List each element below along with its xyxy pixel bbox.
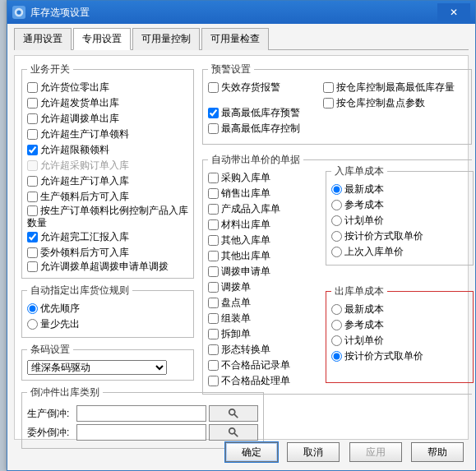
ck-over-report-in[interactable]: 允许超完工汇报入库 [27, 229, 188, 245]
rb-in-4[interactable]: 上次入库单价 [331, 244, 468, 260]
incost-area: 入库单成本 最新成本 参考成本 计划单价 按计价方式取单价 上次入库单价 [326, 164, 474, 270]
inp-out-offset[interactable] [76, 424, 206, 441]
ck-d11[interactable]: 形态转换单 [208, 342, 324, 358]
svg-point-1 [16, 10, 21, 14]
ck-over-ship[interactable]: 允许超发货单出库 [27, 95, 188, 111]
svg-line-5 [234, 433, 238, 436]
ck-over-transfer-out[interactable]: 允许超调拨单出库 [27, 111, 188, 127]
svg-line-3 [234, 414, 238, 418]
ck-d7[interactable]: 调拨单 [208, 279, 324, 295]
tab-strip: 通用设置 专用设置 可用量控制 可用量检查 [14, 27, 469, 50]
tab-avail-ctrl[interactable]: 可用量控制 [132, 28, 200, 50]
ck-ratio-ctrl[interactable]: 按生产订单领料比例控制产品入库数量 [27, 205, 188, 229]
rb-out-1[interactable]: 参考成本 [331, 317, 468, 333]
ck-d12[interactable]: 不合格品记录单 [208, 358, 324, 373]
outcost-area: 出库单成本 最新成本 参考成本 计划单价 按计价方式取单价 [326, 284, 474, 388]
ck-d5[interactable]: 其他出库单 [208, 248, 324, 264]
group-alert: 预警设置 失效存货报警 最高最低库存预警 最高最低库存控制 按仓库控制最高最低库… [202, 62, 472, 145]
group-barcode: 条码设置 维深条码驱动 [21, 343, 194, 381]
ck-expire-alarm[interactable]: 失效存货报警 [208, 80, 323, 95]
legend-bills: 自动带出单价的单据 [208, 153, 303, 167]
row-out-offset: 委外倒冲: [27, 424, 258, 441]
rb-in-0[interactable]: 最新成本 [331, 182, 468, 197]
legend-biz: 业务开关 [27, 62, 73, 76]
ck-d1[interactable]: 销售出库单 [208, 186, 324, 201]
ck-pick-before-in[interactable]: 生产领料后方可入库 [27, 189, 188, 205]
lbl-prod-offset: 生产倒冲: [27, 407, 76, 421]
ck-over-mo-in[interactable]: 允许超生产订单入库 [27, 173, 188, 189]
rb-in-1[interactable]: 参考成本 [331, 197, 468, 213]
svg-point-4 [229, 428, 235, 434]
ck-zero-out[interactable]: 允许货位零出库 [27, 80, 188, 95]
ck-hl-ctrl[interactable]: 最高最低库存控制 [208, 121, 323, 136]
titlebar: 库存选项设置 ✕ [7, 1, 475, 24]
ck-hl-alarm[interactable]: 最高最低库存预警 [208, 105, 323, 121]
ck-d3[interactable]: 材料出库单 [208, 217, 324, 233]
tab-avail-check[interactable]: 可用量检查 [201, 28, 269, 50]
close-button[interactable]: ✕ [437, 3, 470, 21]
rb-out-3[interactable]: 按计价方式取单价 [331, 349, 468, 364]
help-button[interactable]: 帮助 [411, 442, 464, 462]
legend-autoloc: 自动指定出库货位规则 [27, 284, 132, 298]
legend-incost: 入库单成本 [331, 164, 387, 178]
dialog-window: 库存选项设置 ✕ 通用设置 专用设置 可用量控制 可用量检查 业务开关 允许货位… [7, 0, 476, 471]
ck-wh-hl[interactable]: 按仓库控制最高最低库存量 [323, 80, 455, 95]
tab-special[interactable]: 专用设置 [73, 28, 131, 50]
cancel-button[interactable]: 取消 [287, 442, 340, 462]
tab-general[interactable]: 通用设置 [14, 28, 72, 50]
legend-barcode: 条码设置 [27, 343, 73, 357]
ck-d2[interactable]: 产成品入库单 [208, 201, 324, 217]
ck-d8[interactable]: 盘点单 [208, 295, 324, 311]
ck-d0[interactable]: 采购入库单 [208, 170, 324, 186]
rb-in-2[interactable]: 计划单价 [331, 213, 468, 229]
ck-transfer-over-req[interactable]: 允许调拨单超调拨申请单调拨 [27, 261, 188, 273]
search-icon [228, 427, 239, 438]
group-incost: 入库单成本 最新成本 参考成本 计划单价 按计价方式取单价 上次入库单价 [326, 164, 474, 266]
tab-page: 业务开关 允许货位零出库 允许超发货单出库 允许超调拨单出库 允许超生产订单领料… [14, 55, 469, 440]
client-area: 通用设置 专用设置 可用量控制 可用量检查 业务开关 允许货位零出库 允许超发货… [7, 24, 475, 470]
rb-out-2[interactable]: 计划单价 [331, 333, 468, 349]
left-column: 业务开关 允许货位零出库 允许超发货单出库 允许超调拨单出库 允许超生产订单领料… [21, 62, 194, 454]
ok-button[interactable]: 确定 [225, 442, 278, 462]
ck-out-pick-before-in[interactable]: 委外领料后方可入库 [27, 245, 188, 261]
ck-over-po-in: 允许超采购订单入库 [27, 158, 188, 173]
dialog-buttons: 确定 取消 应用 帮助 [219, 442, 464, 462]
apply-button[interactable]: 应用 [349, 442, 402, 462]
lbl-out-offset: 委外倒冲: [27, 426, 76, 440]
row-prod-offset: 生产倒冲: [27, 405, 258, 422]
bills-area: 自动带出单价的单据 采购入库单 销售出库单 产成品入库单 材料出库单 其他入库单… [202, 153, 326, 399]
rb-out-0[interactable]: 最新成本 [331, 302, 468, 317]
rb-in-3[interactable]: 按计价方式取单价 [331, 229, 468, 244]
ck-over-mo-pick[interactable]: 允许超生产订单领料 [27, 127, 188, 142]
group-outcost: 出库单成本 最新成本 参考成本 计划单价 按计价方式取单价 [326, 284, 474, 383]
legend-alert: 预警设置 [208, 62, 254, 76]
inp-prod-offset[interactable] [76, 405, 206, 422]
ck-d13[interactable]: 不合格品处理单 [208, 373, 324, 389]
btn-prod-offset-lookup[interactable] [209, 405, 258, 422]
window-title: 库存选项设置 [30, 6, 437, 20]
legend-offset: 倒冲件出库类别 [27, 386, 103, 399]
app-icon [12, 6, 25, 19]
ck-wh-count[interactable]: 按仓库控制盘点参数 [323, 95, 455, 111]
group-auto-loc: 自动指定出库货位规则 优先顺序 量少先出 [21, 284, 194, 338]
btn-out-offset-lookup[interactable] [209, 424, 258, 441]
ck-d6[interactable]: 调拨申请单 [208, 264, 324, 279]
legend-outcost: 出库单成本 [331, 284, 387, 298]
group-biz-switch: 业务开关 允许货位零出库 允许超发货单出库 允许超调拨单出库 允许超生产订单领料… [21, 62, 194, 279]
ck-over-limit-pick[interactable]: 允许超限额领料 [27, 142, 188, 158]
search-icon [228, 408, 239, 419]
svg-point-2 [229, 409, 235, 415]
ck-d9[interactable]: 组装单 [208, 311, 324, 326]
alert-area: 预警设置 失效存货报警 最高最低库存预警 最高最低库存控制 按仓库控制最高最低库… [202, 62, 472, 150]
barcode-select[interactable]: 维深条码驱动 [27, 360, 167, 375]
rb-priority[interactable]: 优先顺序 [27, 301, 188, 316]
ck-d10[interactable]: 拆卸单 [208, 326, 324, 342]
rb-less-first[interactable]: 量少先出 [27, 316, 188, 332]
ck-d4[interactable]: 其他入库单 [208, 233, 324, 248]
